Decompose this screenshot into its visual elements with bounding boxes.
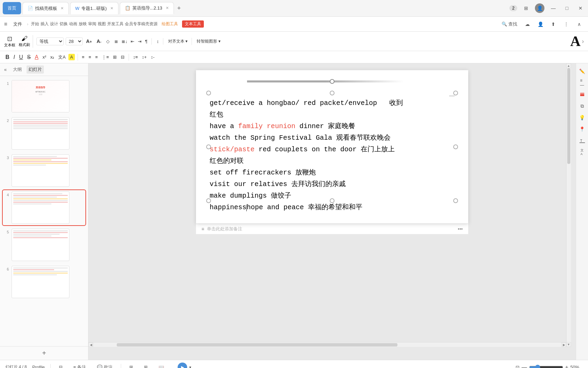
menu-view[interactable]: 视图	[98, 21, 106, 27]
close-button[interactable]: ✕	[576, 3, 585, 13]
handle-mid-left[interactable]	[206, 144, 211, 149]
slide-item-4[interactable]: 4	[3, 190, 85, 225]
decrease-font-btn[interactable]: A-	[95, 38, 103, 45]
row-inc-btn[interactable]: ↕+	[141, 54, 148, 60]
hamburger-menu[interactable]: ≡	[4, 21, 7, 27]
fit-page-btn[interactable]: ⊡	[516, 365, 520, 368]
menu-slideshow[interactable]: 放映	[79, 21, 87, 27]
right-btn-pencil[interactable]: ✏️	[577, 66, 587, 76]
collapse-ribbon-btn[interactable]: ∧	[574, 19, 584, 29]
view-grid-btn[interactable]: ⊞	[141, 364, 150, 368]
vscroll-down-btn[interactable]: ▼	[566, 342, 571, 347]
italic-btn[interactable]: I	[12, 53, 16, 61]
slide-item-6[interactable]: 6	[3, 264, 85, 300]
menu-vip[interactable]: 会员专享稿壳资源	[125, 21, 158, 27]
increase-font-btn[interactable]: A+	[85, 38, 93, 45]
menu-transition[interactable]: 切换	[60, 21, 68, 27]
strikethrough-btn[interactable]: S	[26, 53, 32, 61]
tab-slides[interactable]: 幻灯片	[27, 65, 44, 74]
align-right-btn[interactable]: ≡	[94, 54, 99, 60]
menu-file[interactable]: 文件	[11, 20, 24, 28]
slide-item-2[interactable]: 2	[3, 116, 85, 151]
superscript-btn[interactable]: x²	[41, 54, 48, 60]
slide-item-3[interactable]: 3	[3, 153, 85, 188]
handle-mid-right[interactable]	[453, 144, 458, 149]
handle-bot-mid[interactable]	[330, 198, 334, 203]
handle-bot-left[interactable]	[206, 198, 211, 203]
menu-design[interactable]: 设计	[50, 21, 58, 27]
bullets-btn[interactable]: ≣	[113, 38, 119, 45]
align-left-btn[interactable]: ≡	[81, 54, 86, 60]
font-size-selector[interactable]: 28	[66, 37, 83, 45]
view-normal-btn[interactable]: ⊞	[127, 364, 136, 368]
user-avatar[interactable]: 👤	[535, 3, 544, 13]
more-options-btn[interactable]: ⋮	[561, 19, 571, 29]
slide-item-5[interactable]: 5	[3, 227, 85, 262]
tab-home[interactable]: 首页	[3, 2, 21, 14]
maximize-button[interactable]: □	[562, 3, 572, 13]
notes-placeholder[interactable]: 单击此处添加备注	[207, 226, 242, 232]
font-color-btn[interactable]: A	[33, 53, 40, 61]
slide-item-1[interactable]: 1 英语指导 春节相关词汇 2.13	[3, 79, 85, 114]
line-spacing-btn[interactable]: ↕	[155, 38, 160, 45]
indent-inc-btn[interactable]: ⇥	[136, 38, 143, 45]
rotate-control[interactable]	[330, 79, 334, 84]
add-slide-btn[interactable]: +	[0, 346, 88, 360]
row-spacing-btn[interactable]: ↕≡	[132, 54, 139, 60]
handle-bot-right[interactable]	[453, 198, 458, 203]
menu-drawing-tool[interactable]: 绘图工具	[159, 20, 181, 28]
clear-format-btn[interactable]: ◇	[105, 38, 111, 45]
row-dec-btn[interactable]: ↕-	[149, 54, 156, 60]
tab-english[interactable]: 📋 英语指导...2.13 ✕	[120, 2, 174, 14]
expand-btn[interactable]: ›	[582, 38, 584, 45]
hscroll-right-btn[interactable]: ▶	[561, 342, 566, 347]
highlight-btn[interactable]: A	[68, 54, 75, 60]
menu-text-tool[interactable]: 文本工具	[182, 20, 204, 28]
play-btn[interactable]: ▶	[178, 363, 187, 368]
menu-animation[interactable]: 动画	[69, 21, 77, 27]
paragraph-btn[interactable]: ¶	[144, 38, 149, 45]
search-area[interactable]: 🔍 查找	[502, 21, 517, 27]
bold-btn[interactable]: B	[4, 53, 11, 61]
play-dropdown-btn[interactable]: ▾	[189, 365, 191, 368]
share-btn[interactable]: ⬆	[549, 19, 558, 29]
font-selector[interactable]: 等线	[36, 37, 64, 45]
textframe-btn[interactable]: ⊡ 文本框	[4, 35, 15, 48]
menu-insert[interactable]: 插入	[40, 21, 49, 27]
zoom-minus-btn[interactable]: —	[522, 364, 527, 368]
distribute-btn[interactable]: ⊞	[112, 54, 118, 60]
big-a-btn[interactable]: A	[570, 33, 581, 49]
vscroll-thumb[interactable]	[567, 68, 570, 164]
grid-view-button[interactable]: ⊞	[521, 3, 531, 13]
char-spacing-btn[interactable]: 文A	[57, 53, 67, 61]
numbering-btn[interactable]: ≣↓	[120, 38, 129, 45]
handle-top-mid[interactable]	[330, 91, 334, 95]
smart-shape-btn[interactable]: 转智能图形 ▾	[195, 38, 222, 45]
right-btn-adjust[interactable]: ≡—	[577, 78, 587, 88]
comments-btn[interactable]: 💬 批注	[94, 363, 115, 368]
notes-bar[interactable]: ≡ 单击此处添加备注 •••	[196, 224, 468, 234]
view-read-btn[interactable]: 📖	[156, 364, 167, 368]
right-btn-copy[interactable]: ⧉	[577, 101, 587, 111]
cloud-btn[interactable]: ☁	[523, 19, 532, 29]
right-btn-bulb[interactable]: 💡	[577, 112, 587, 123]
minimize-button[interactable]: —	[549, 3, 558, 13]
right-btn-location[interactable]: 📍	[577, 124, 587, 134]
menu-review[interactable]: 审阅	[88, 21, 96, 27]
menu-start[interactable]: 开始	[31, 21, 39, 27]
notes-btn[interactable]: ≡ 备注	[71, 363, 89, 368]
right-btn-eraser[interactable]	[577, 89, 587, 99]
handle-top-left[interactable]	[206, 91, 211, 95]
sidebar-collapse-btn[interactable]: «	[4, 67, 7, 72]
column-btn[interactable]: ⊟	[119, 54, 126, 60]
align-center-btn[interactable]: ≡	[87, 54, 93, 60]
tab-editor[interactable]: W 专题1...研版) ✕	[70, 2, 118, 14]
tab-template[interactable]: 📄 找稿壳模板 ✕	[22, 2, 69, 14]
slide-text-block[interactable]: get/receive a hongbao/ red packet/envelo…	[210, 97, 455, 213]
underline-btn[interactable]: U	[18, 53, 24, 61]
slide-canvas[interactable]: — get/receive a hongbao/ red packet/enve…	[196, 70, 468, 224]
right-btn-text-trans[interactable]: 文A	[577, 147, 587, 157]
slide-sorter-btn[interactable]: ⊟	[56, 364, 65, 368]
indent-dec-btn[interactable]: ⇤	[129, 38, 136, 45]
tab-english-close[interactable]: ✕	[166, 6, 169, 10]
